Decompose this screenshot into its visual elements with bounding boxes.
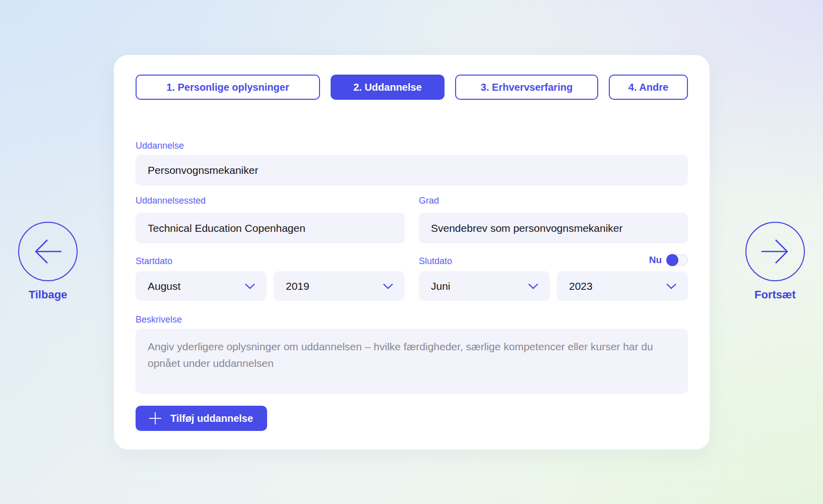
tab-uddannelse[interactable]: 2. Uddannelse xyxy=(331,75,445,100)
institution-input[interactable] xyxy=(136,213,405,243)
start-year-value: 2019 xyxy=(286,280,309,292)
end-month-select[interactable]: Juni xyxy=(419,271,550,301)
forward-button[interactable] xyxy=(745,222,805,281)
add-education-button[interactable]: Tilføj uddannelse xyxy=(136,406,267,431)
degree-input[interactable] xyxy=(419,213,688,243)
add-education-label: Tilføj uddannelse xyxy=(170,413,253,424)
page-background: { "steps": [ { "label": "1. Personlige o… xyxy=(0,0,823,504)
arrow-left-icon xyxy=(30,234,66,269)
back-label[interactable]: Tilbage xyxy=(8,288,88,301)
forward-label[interactable]: Fortsæt xyxy=(735,288,815,301)
education-label: Uddannelse xyxy=(136,141,184,151)
tab-andre[interactable]: 4. Andre xyxy=(609,75,688,100)
end-year-select[interactable]: 2023 xyxy=(557,271,688,301)
step-tabs: 1. Personlige oplysninger 2. Uddannelse … xyxy=(136,75,688,100)
form-card: 1. Personlige oplysninger 2. Uddannelse … xyxy=(114,55,710,450)
description-label: Beskrivelse xyxy=(136,314,182,325)
education-input[interactable] xyxy=(136,155,688,185)
start-year-select[interactable]: 2019 xyxy=(274,271,405,301)
end-year-value: 2023 xyxy=(569,280,593,292)
back-button[interactable] xyxy=(18,222,78,281)
forward-nav: Fortsæt xyxy=(735,222,815,301)
chevron-down-icon xyxy=(244,283,256,289)
chevron-down-icon xyxy=(383,283,394,289)
end-month-value: Juni xyxy=(431,280,451,292)
chevron-down-icon xyxy=(666,283,677,289)
chevron-down-icon xyxy=(528,283,539,289)
start-month-select[interactable]: August xyxy=(136,271,267,301)
arrow-right-icon xyxy=(757,234,793,269)
institution-label: Uddannelsessted xyxy=(136,196,206,206)
now-toggle-switch[interactable] xyxy=(667,255,688,266)
now-toggle-knob xyxy=(666,254,678,266)
degree-label: Grad xyxy=(419,196,439,206)
start-month-value: August xyxy=(148,280,180,292)
plus-icon xyxy=(148,411,163,426)
tab-erhvervserfaring[interactable]: 3. Erhvervserfaring xyxy=(455,75,598,100)
now-toggle-group: Nu xyxy=(136,255,688,266)
tab-personlige-oplysninger[interactable]: 1. Personlige oplysninger xyxy=(136,75,320,100)
back-nav: Tilbage xyxy=(8,222,88,301)
now-toggle-label: Nu xyxy=(649,255,662,266)
description-textarea[interactable] xyxy=(136,329,688,394)
